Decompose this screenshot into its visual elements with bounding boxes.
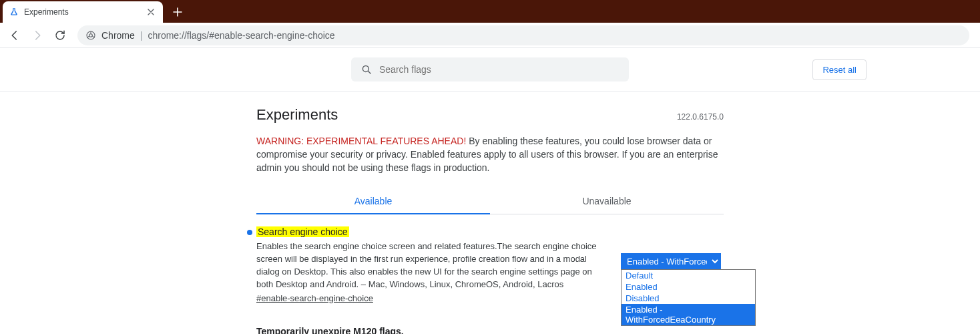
flask-icon xyxy=(9,7,19,17)
search-icon xyxy=(360,63,373,75)
address-bar-scheme: Chrome xyxy=(101,30,135,41)
flag-select[interactable]: Enabled - WithForcedEeaCountry xyxy=(621,253,721,269)
flag-title-next: Temporarily unexpire M120 flags. xyxy=(256,326,724,334)
flag-title: Search engine choice xyxy=(256,226,349,237)
browser-tab[interactable]: Experiments xyxy=(3,1,163,23)
warning-prefix: WARNING: EXPERIMENTAL FEATURES AHEAD! xyxy=(256,136,466,146)
svg-point-1 xyxy=(89,33,93,37)
page-body: Reset all Experiments 122.0.6175.0 WARNI… xyxy=(0,48,980,334)
back-button[interactable] xyxy=(5,26,24,45)
address-bar-separator: | xyxy=(140,30,143,41)
tab-available[interactable]: Available xyxy=(256,189,490,214)
forward-button[interactable] xyxy=(28,26,47,45)
close-icon[interactable] xyxy=(146,7,156,17)
tab-unavailable[interactable]: Unavailable xyxy=(490,189,724,214)
dropdown-option-enabled[interactable]: Enabled xyxy=(622,281,755,293)
version-text: 122.0.6175.0 xyxy=(677,112,724,122)
flag-item: Search engine choice Enables the search … xyxy=(256,226,724,303)
reload-button[interactable] xyxy=(51,26,69,45)
chrome-icon xyxy=(85,30,96,41)
warning-text: WARNING: EXPERIMENTAL FEATURES AHEAD! By… xyxy=(256,134,724,174)
tab-title: Experiments xyxy=(24,7,142,17)
reset-all-button[interactable]: Reset all xyxy=(812,59,867,80)
search-box[interactable] xyxy=(351,57,629,81)
dropdown-option-default[interactable]: Default xyxy=(622,270,755,281)
toolbar: Chrome | chrome://flags/#enable-search-e… xyxy=(0,23,980,48)
titlebar: Experiments xyxy=(0,0,980,23)
address-bar-url: chrome://flags/#enable-search-engine-cho… xyxy=(148,30,334,41)
dropdown-option-enabled-forced[interactable]: Enabled - WithForcedEeaCountry xyxy=(622,304,755,325)
flag-dropdown: Default Enabled Disabled Enabled - WithF… xyxy=(621,269,756,326)
page-title: Experiments xyxy=(256,106,338,124)
modified-dot-icon xyxy=(247,230,252,235)
dropdown-option-disabled[interactable]: Disabled xyxy=(622,293,755,304)
new-tab-button[interactable] xyxy=(168,3,187,21)
flag-hash-link[interactable]: #enable-search-engine-choice xyxy=(256,293,607,303)
search-row: Reset all xyxy=(0,48,980,92)
flag-description: Enables the search engine choice screen … xyxy=(256,240,607,291)
flag-tabs: Available Unavailable xyxy=(256,189,724,214)
address-bar[interactable]: Chrome | chrome://flags/#enable-search-e… xyxy=(77,25,969,45)
search-input[interactable] xyxy=(379,64,620,75)
